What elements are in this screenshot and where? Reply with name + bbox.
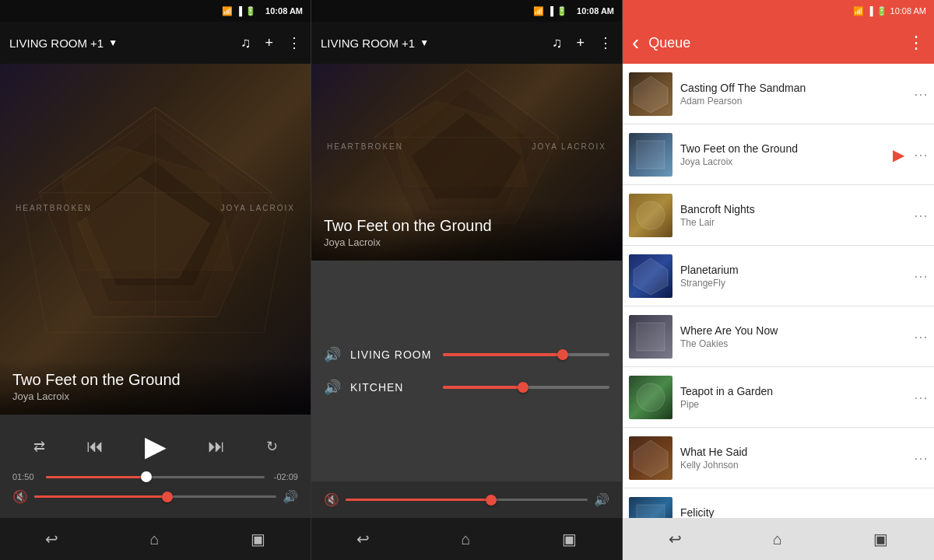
progress-row-1: 01:50 -02:09	[12, 469, 298, 485]
recent-nav-icon-2[interactable]: ▣	[562, 530, 577, 548]
queue-track-info: Felicity Samantha Westwick	[680, 506, 911, 519]
queue-icon-1[interactable]: ♫	[241, 35, 251, 51]
thumb-art	[629, 72, 672, 116]
add-icon-2[interactable]: +	[576, 35, 585, 51]
back-nav-icon-1[interactable]: ↩	[45, 530, 58, 548]
queue-icon-2[interactable]: ♫	[552, 35, 563, 51]
controls-area-1: ⇄ ⏮ ▶ ⏭ ↻ 01:50 -02:09 🔇 🔊	[0, 415, 311, 518]
queue-item[interactable]: Bancroft Nights The Lair ⋯	[623, 185, 934, 246]
queue-item-more-button[interactable]: ⋯	[914, 146, 928, 163]
recent-nav-icon-3[interactable]: ▣	[873, 530, 888, 548]
queue-item[interactable]: Planetarium StrangeFly ⋯	[623, 246, 934, 306]
recent-nav-icon-1[interactable]: ▣	[251, 530, 265, 548]
back-nav-icon-2[interactable]: ↩	[356, 530, 370, 548]
volume-mute-icon-2[interactable]: 🔇	[324, 492, 339, 507]
svg-marker-24	[634, 440, 668, 477]
thumb-art	[629, 254, 672, 298]
queue-track-title: Felicity	[680, 506, 911, 519]
queue-item-more-button[interactable]: ⋯	[914, 207, 928, 224]
queue-item[interactable]: Casting Off The Sandman Adam Pearson ⋯	[623, 64, 934, 124]
progress-thumb-1[interactable]	[141, 471, 152, 482]
queue-item-more-button[interactable]: ⋯	[914, 450, 928, 467]
queue-item[interactable]: Where Are You Now The Oakies ⋯	[623, 306, 934, 367]
queue-thumb	[629, 72, 672, 116]
status-bar-3: 📶 ▐ 🔋 10:08 AM	[623, 0, 934, 22]
queue-list[interactable]: Casting Off The Sandman Adam Pearson ⋯ T…	[623, 64, 934, 518]
album-labels-2: HEARTBROKEN JOYA LACROIX	[311, 142, 622, 151]
dropdown-arrow-1[interactable]: ▼	[108, 37, 118, 48]
home-nav-icon-3[interactable]: ⌂	[773, 530, 782, 548]
queue-item-more-button[interactable]: ⋯	[914, 328, 928, 345]
play-button-1[interactable]: ▶	[145, 430, 167, 463]
queue-item-more-button[interactable]: ⋯	[914, 389, 928, 406]
queue-more-button[interactable]: ⋮	[908, 33, 925, 53]
queue-thumb	[629, 436, 672, 480]
room-volume-thumb-kitchen[interactable]	[518, 382, 528, 393]
queue-back-button[interactable]: ‹	[632, 30, 639, 55]
room-control-living: 🔊 LIVING ROOM	[324, 346, 609, 363]
queue-item[interactable]: What He Said Kelly Johnson ⋯	[623, 428, 934, 488]
battery-icon-2: 🔋	[557, 6, 567, 16]
volume-thumb-2[interactable]	[486, 495, 497, 506]
queue-item[interactable]: Two Feet on the Ground Joya Lacroix ▶ ⋯	[623, 124, 934, 185]
queue-item-more-button[interactable]: ⋯	[914, 510, 928, 519]
room-volume-track-kitchen[interactable]	[443, 386, 609, 389]
room-volume-thumb-living[interactable]	[557, 349, 568, 360]
album-art-bg-2: HEARTBROKEN JOYA LACROIX Two Feet on the…	[311, 64, 622, 261]
track-artist-2: Joya Lacroix	[324, 236, 609, 248]
queue-item-more-button[interactable]: ⋯	[914, 86, 928, 103]
status-time-1: 10:08 AM	[265, 6, 303, 16]
volume-row-1: 🔇 🔊	[12, 485, 298, 509]
svg-point-23	[637, 383, 665, 411]
queue-item[interactable]: Teapot in a Garden Pipe ⋯	[623, 367, 934, 428]
volume-thumb-1[interactable]	[162, 492, 173, 502]
room-volume-icon-living[interactable]: 🔊	[324, 346, 341, 363]
room-volume-track-living[interactable]	[443, 353, 609, 356]
queue-track-title: Teapot in a Garden	[680, 385, 911, 397]
nav-bar-2: ↩ ⌂ ▣	[311, 518, 622, 560]
room-count-1: +1	[90, 37, 104, 50]
next-button-1[interactable]: ⏭	[208, 436, 225, 457]
room-count-2: +1	[402, 37, 415, 50]
album-label-left-1: HEARTBROKEN	[16, 204, 92, 212]
track-title-1: Two Feet on the Ground	[12, 371, 298, 389]
queue-track-title: Bancroft Nights	[680, 203, 911, 215]
progress-fill-1	[46, 476, 146, 478]
more-icon-1[interactable]: ⋮	[287, 34, 301, 51]
progress-track-1[interactable]	[46, 476, 265, 478]
queue-track-artist: Joya Lacroix	[680, 156, 893, 167]
track-title-2: Two Feet on the Ground	[324, 217, 609, 235]
queue-thumb	[629, 497, 672, 519]
thumb-art	[629, 133, 672, 177]
queue-track-title: Where Are You Now	[680, 324, 911, 337]
signal-icon-3: ▐	[867, 6, 873, 16]
room-volume-icon-kitchen[interactable]: 🔊	[324, 379, 341, 396]
queue-item-more-button[interactable]: ⋯	[914, 268, 928, 285]
queue-track-title: Planetarium	[680, 264, 911, 276]
now-playing-icon: ▶	[893, 145, 904, 164]
svg-marker-21	[634, 258, 668, 295]
more-icon-2[interactable]: ⋮	[599, 34, 613, 51]
track-info-overlay-1: Two Feet on the Ground Joya Lacroix	[0, 359, 311, 415]
home-nav-icon-1[interactable]: ⌂	[149, 530, 159, 548]
volume-mute-icon-1[interactable]: 🔇	[12, 489, 28, 504]
status-time-3: 10:08 AM	[890, 6, 926, 16]
add-icon-1[interactable]: +	[265, 35, 273, 51]
volume-track-2[interactable]	[346, 499, 588, 501]
svg-point-20	[637, 201, 665, 229]
panel-now-playing: 📶 ▐ 🔋 10:08 AM LIVING ROOM+1 ▼ ♫ + ⋮	[0, 0, 311, 560]
volume-fill-2	[346, 499, 491, 501]
volume-track-1[interactable]	[34, 495, 276, 498]
thumb-art	[629, 436, 672, 480]
repeat-button-1[interactable]: ↻	[266, 438, 278, 455]
progress-current-1: 01:50	[12, 472, 40, 481]
shuffle-button-1[interactable]: ⇄	[33, 438, 45, 455]
dropdown-arrow-2[interactable]: ▼	[420, 37, 429, 48]
thumb-art	[629, 497, 672, 519]
back-nav-icon-3[interactable]: ↩	[669, 530, 682, 548]
queue-item[interactable]: Felicity Samantha Westwick ⋯	[623, 488, 934, 518]
home-nav-icon-2[interactable]: ⌂	[461, 530, 470, 548]
prev-button-1[interactable]: ⏮	[86, 436, 104, 457]
room-volume-fill-kitchen	[443, 386, 523, 389]
panel-queue: 📶 ▐ 🔋 10:08 AM ‹ Queue ⋮ Casting Off The…	[623, 0, 934, 560]
